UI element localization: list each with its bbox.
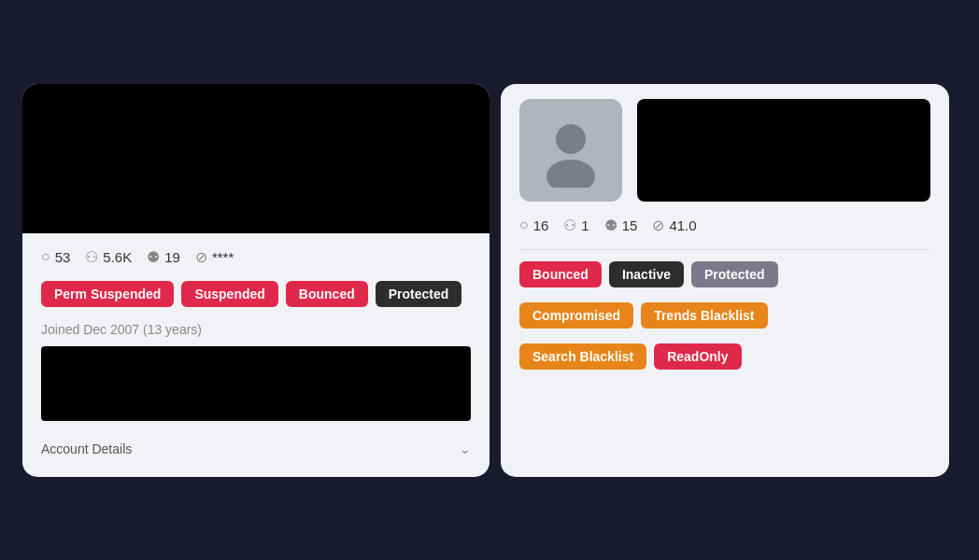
right-protected-tag[interactable]: Protected — [691, 261, 778, 287]
bounced-tag[interactable]: Bounced — [286, 281, 368, 307]
right-stat-following-value: 15 — [622, 217, 638, 233]
trends-blacklist-tag[interactable]: Trends Blacklist — [641, 302, 767, 329]
following-icon-right: ⚉ — [604, 217, 617, 234]
left-stat-following: ⚉ 19 — [147, 248, 180, 266]
svg-point-0 — [556, 124, 586, 154]
protected-tag[interactable]: Protected — [376, 281, 462, 307]
right-stat-following: ⚉ 15 — [604, 217, 638, 234]
right-stat-followers-value: 1 — [581, 217, 589, 233]
right-header — [501, 84, 949, 202]
left-stat-following-value: 19 — [164, 249, 180, 265]
left-stat-extra-value: **** — [212, 249, 234, 265]
right-inactive-tag[interactable]: Inactive — [609, 261, 684, 287]
svg-point-1 — [546, 160, 595, 188]
account-details-row[interactable]: Account Details ⌄ — [41, 436, 471, 462]
suspended-tag[interactable]: Suspended — [181, 281, 277, 307]
ban-icon-right: ⊘ — [652, 217, 664, 234]
person-icon — [533, 113, 608, 188]
right-tags-row2: Compromised Trends Blacklist — [519, 302, 930, 329]
left-stats-row: ○ 53 ⚇ 5.6K ⚉ 19 ⊘ **** — [41, 248, 471, 266]
right-card: ○ 16 ⚇ 1 ⚉ 15 ⊘ 41.0 Bounced — [501, 84, 949, 477]
left-info-box — [41, 346, 471, 421]
account-details-label: Account Details — [41, 441, 132, 456]
comment-icon-right: ○ — [519, 217, 529, 233]
left-stat-comments-value: 53 — [55, 249, 71, 265]
ban-icon: ⊘ — [195, 248, 207, 266]
search-blacklist-tag[interactable]: Search Blacklist — [519, 343, 646, 370]
right-stat-extra-value: 41.0 — [669, 217, 696, 233]
main-container: ○ 53 ⚇ 5.6K ⚉ 19 ⊘ **** Perm Suspende — [22, 84, 957, 477]
left-stat-followers: ⚇ 5.6K — [85, 248, 132, 266]
joined-date: Joined Dec 2007 (13 years) — [41, 322, 471, 337]
right-bounced-tag[interactable]: Bounced — [519, 261, 602, 287]
followers-icon: ⚇ — [85, 248, 98, 266]
avatar — [519, 99, 622, 202]
perm-suspended-tag[interactable]: Perm Suspended — [41, 281, 174, 307]
compromised-tag[interactable]: Compromised — [519, 302, 633, 329]
right-stat-comments: ○ 16 — [519, 217, 548, 233]
readonly-tag[interactable]: ReadOnly — [654, 343, 741, 370]
followers-icon-right: ⚇ — [563, 217, 576, 234]
right-stat-extra: ⊘ 41.0 — [652, 217, 696, 234]
left-card: ○ 53 ⚇ 5.6K ⚉ 19 ⊘ **** Perm Suspende — [22, 84, 490, 477]
right-stats-row: ○ 16 ⚇ 1 ⚉ 15 ⊘ 41.0 — [519, 217, 930, 234]
right-banner-image — [637, 99, 930, 202]
comment-icon: ○ — [41, 248, 50, 265]
right-stat-followers: ⚇ 1 — [563, 217, 589, 234]
left-tags-row: Perm Suspended Suspended Bounced Protect… — [41, 281, 471, 307]
separator-1 — [519, 249, 930, 250]
following-icon: ⚉ — [147, 248, 160, 266]
chevron-down-icon: ⌄ — [460, 441, 471, 456]
left-stat-comments: ○ 53 — [41, 248, 70, 265]
right-tags-row3: Search Blacklist ReadOnly — [519, 343, 930, 370]
left-stat-followers-value: 5.6K — [103, 249, 132, 265]
left-banner-image — [22, 84, 490, 233]
right-stat-comments-value: 16 — [533, 217, 549, 233]
right-tags-row1: Bounced Inactive Protected — [519, 261, 930, 287]
left-stat-extra: ⊘ **** — [195, 248, 234, 266]
